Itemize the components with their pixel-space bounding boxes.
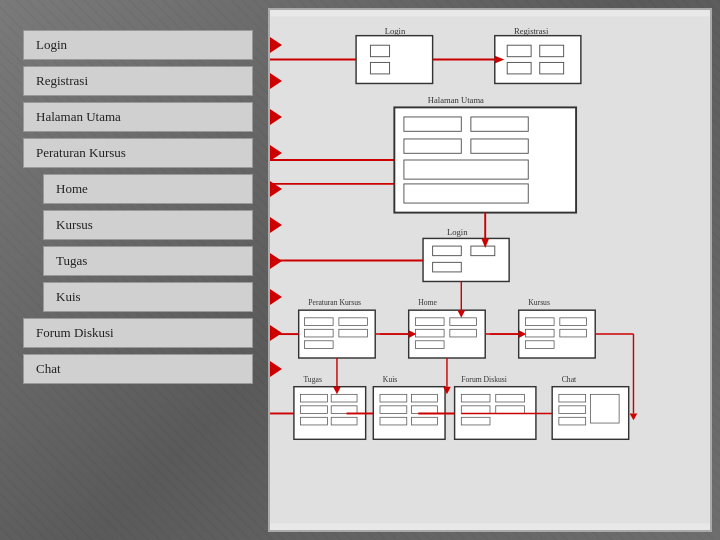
svg-rect-20	[404, 184, 528, 203]
svg-rect-33	[339, 318, 368, 326]
svg-rect-83	[590, 394, 619, 423]
svg-text:Home: Home	[418, 298, 437, 307]
svg-rect-68	[412, 394, 438, 402]
svg-text:Login: Login	[385, 26, 406, 36]
nav-item-home[interactable]: Home	[43, 174, 253, 204]
svg-rect-44	[525, 318, 554, 326]
svg-text:Kuis: Kuis	[383, 375, 397, 384]
svg-text:Peraturan Kursus: Peraturan Kursus	[308, 298, 361, 307]
nav-item-chat[interactable]: Chat	[23, 354, 253, 384]
svg-rect-67	[380, 417, 407, 425]
svg-text:Registrasi: Registrasi	[514, 26, 549, 36]
main-container: LoginRegistrasiHalaman UtamaPeraturan Ku…	[8, 8, 712, 532]
svg-rect-37	[415, 318, 444, 326]
nav-item-halaman-utama[interactable]: Halaman Utama	[23, 102, 253, 132]
nav-item-peraturan-kursus[interactable]: Peraturan Kursus	[23, 138, 253, 168]
nav-item-kursus[interactable]: Kursus	[43, 210, 253, 240]
svg-rect-7	[507, 45, 531, 56]
svg-text:Kursus: Kursus	[528, 298, 550, 307]
svg-rect-15	[404, 117, 461, 131]
svg-rect-65	[380, 394, 407, 402]
svg-rect-70	[412, 417, 438, 425]
svg-rect-40	[450, 318, 477, 326]
svg-text:Chat: Chat	[562, 375, 577, 384]
nav-items-container: LoginRegistrasiHalaman UtamaPeraturan Ku…	[23, 30, 253, 390]
svg-rect-30	[304, 318, 333, 326]
svg-rect-73	[461, 394, 490, 402]
svg-rect-77	[496, 406, 525, 414]
svg-rect-32	[304, 341, 333, 349]
svg-rect-19	[404, 160, 528, 179]
svg-rect-2	[356, 36, 433, 84]
svg-rect-81	[559, 406, 586, 414]
svg-rect-76	[496, 394, 525, 402]
svg-text:Forum Diskusi: Forum Diskusi	[461, 375, 507, 384]
svg-rect-25	[433, 262, 462, 272]
nav-item-kuis[interactable]: Kuis	[43, 282, 253, 312]
svg-rect-31	[304, 329, 333, 337]
diagram-svg: Login Registrasi Halaman Utama	[270, 10, 710, 530]
svg-rect-34	[339, 329, 368, 337]
svg-rect-80	[559, 394, 586, 402]
nav-item-registrasi[interactable]: Registrasi	[23, 66, 253, 96]
svg-rect-82	[559, 417, 586, 425]
svg-rect-74	[461, 406, 490, 414]
svg-rect-62	[331, 417, 357, 425]
svg-rect-60	[331, 394, 357, 402]
svg-rect-6	[495, 36, 581, 84]
svg-text:Halaman Utama: Halaman Utama	[428, 95, 484, 105]
svg-rect-39	[415, 341, 444, 349]
svg-rect-8	[507, 62, 531, 73]
left-panel: LoginRegistrasiHalaman UtamaPeraturan Ku…	[8, 8, 268, 532]
diagram-panel: Login Registrasi Halaman Utama	[268, 8, 712, 532]
svg-rect-47	[560, 318, 587, 326]
svg-rect-9	[540, 45, 564, 56]
svg-rect-38	[415, 329, 444, 337]
svg-rect-41	[450, 329, 477, 337]
svg-rect-75	[461, 417, 490, 425]
svg-rect-61	[331, 406, 357, 414]
svg-rect-48	[560, 329, 587, 337]
svg-rect-58	[301, 406, 328, 414]
svg-rect-69	[412, 406, 438, 414]
svg-text:Login: Login	[447, 227, 468, 237]
nav-item-forum-diskusi[interactable]: Forum Diskusi	[23, 318, 253, 348]
svg-rect-10	[540, 62, 564, 73]
svg-rect-3	[370, 45, 389, 56]
svg-rect-46	[525, 341, 554, 349]
svg-rect-66	[380, 406, 407, 414]
svg-rect-16	[471, 117, 528, 131]
svg-rect-59	[301, 417, 328, 425]
svg-rect-18	[471, 139, 528, 153]
svg-text:Tugas: Tugas	[303, 375, 321, 384]
svg-rect-4	[370, 62, 389, 73]
svg-rect-57	[301, 394, 328, 402]
svg-rect-24	[471, 246, 495, 256]
nav-item-tugas[interactable]: Tugas	[43, 246, 253, 276]
svg-rect-22	[423, 238, 509, 281]
svg-rect-45	[525, 329, 554, 337]
nav-item-login[interactable]: Login	[23, 30, 253, 60]
svg-rect-17	[404, 139, 461, 153]
svg-rect-23	[433, 246, 462, 256]
